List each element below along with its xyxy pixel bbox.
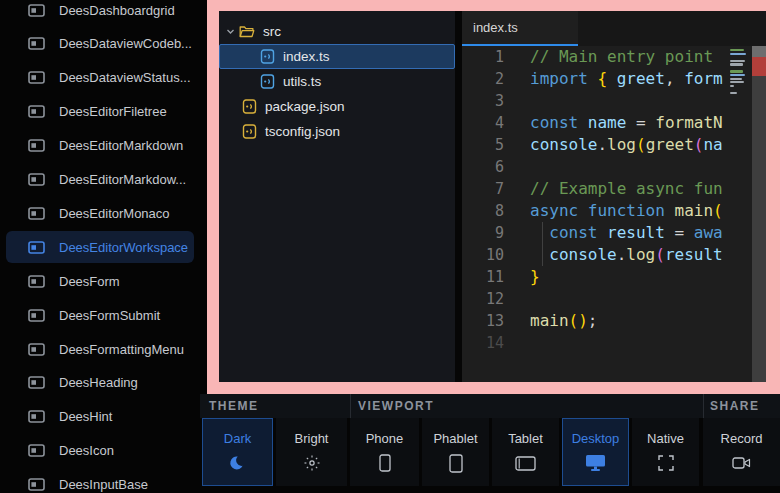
editor-tab-bar: index.ts <box>462 11 766 46</box>
code-text: } <box>504 266 540 288</box>
toolbar-header: THEME VIEWPORT SHARE <box>200 394 780 418</box>
viewport-section-title: VIEWPORT <box>358 399 434 413</box>
line-number: 9 <box>462 222 504 244</box>
line-number: 7 <box>462 178 504 200</box>
sidebar-item-label: DeesFormattingMenu <box>59 342 184 357</box>
code-line-8[interactable]: 8async function main( <box>462 200 766 222</box>
sidebar-item-deeseditorfiletree[interactable]: DeesEditorFiletree <box>6 96 194 128</box>
sidebar-item-deeseditormarkdown[interactable]: DeesEditorMarkdown <box>6 130 194 162</box>
code-line-9[interactable]: 9 const result = awa <box>462 222 766 244</box>
indent-guide <box>542 222 543 266</box>
sun-icon <box>303 453 321 473</box>
code-line-2[interactable]: 2import { greet, form <box>462 68 766 90</box>
sidebar-item-deesform[interactable]: DeesForm <box>6 265 194 297</box>
sidebar-item-label: DeesDataviewStatus... <box>59 70 191 85</box>
line-number: 14 <box>462 332 504 354</box>
filetree-row-utils-ts[interactable]: utils.ts <box>219 69 455 94</box>
code-text: import { greet, form <box>504 68 723 90</box>
sidebar-item-deesheading[interactable]: DeesHeading <box>6 367 194 399</box>
tab-index-ts[interactable]: index.ts <box>462 11 578 46</box>
scrollbar-slider[interactable] <box>752 46 766 57</box>
component-icon <box>28 139 45 152</box>
dark-button[interactable]: Dark <box>202 418 273 486</box>
desktop-icon <box>585 453 606 473</box>
code-text: // Example async fun <box>504 178 723 200</box>
sidebar-item-label: DeesDataviewCodeb... <box>59 36 192 51</box>
chevron-down-icon <box>226 27 235 36</box>
sidebar-item-deesicon[interactable]: DeesIcon <box>6 435 194 467</box>
code-line-1[interactable]: 1// Main entry point <box>462 46 766 68</box>
code-line-7[interactable]: 7// Example async fun <box>462 178 766 200</box>
component-icon <box>28 207 45 220</box>
code-line-11[interactable]: 11} <box>462 266 766 288</box>
json-file-icon <box>242 99 257 114</box>
line-number: 13 <box>462 310 504 332</box>
sidebar-item-label: DeesHeading <box>59 375 138 390</box>
sidebar-item-label: DeesEditorMarkdown <box>59 138 183 153</box>
sidebar-item-deeshint[interactable]: DeesHint <box>6 401 194 433</box>
component-sidebar: DeesDashboardgridDeesDataviewCodeb...Dee… <box>0 0 200 493</box>
filetree-label: tsconfig.json <box>265 124 340 139</box>
bright-button[interactable]: Bright <box>276 418 347 486</box>
tablet-button[interactable]: Tablet <box>492 418 559 486</box>
button-label: Bright <box>295 431 329 446</box>
sidebar-item-deesformattingmenu[interactable]: DeesFormattingMenu <box>6 333 194 365</box>
phablet-button[interactable]: Phablet <box>422 418 489 486</box>
record-icon <box>732 453 751 473</box>
line-number: 12 <box>462 288 504 310</box>
sidebar-item-deesdataviewcodeb[interactable]: DeesDataviewCodeb... <box>6 28 194 60</box>
filetree-row-src[interactable]: src <box>219 19 455 44</box>
native-icon <box>658 453 674 473</box>
minimap[interactable] <box>730 49 746 99</box>
code-line-6[interactable]: 6 <box>462 156 766 178</box>
code-line-13[interactable]: 13main(); <box>462 310 766 332</box>
component-icon <box>28 105 45 118</box>
code-text: console.log(greet(na <box>504 134 723 156</box>
button-label: Desktop <box>572 431 620 446</box>
code-line-5[interactable]: 5console.log(greet(na <box>462 134 766 156</box>
scrollbar-ruler[interactable] <box>752 46 766 382</box>
filetree-row-package-json[interactable]: package.json <box>219 94 455 119</box>
preview-frame: srcindex.tsutils.tspackage.jsontsconfig.… <box>207 0 780 394</box>
sidebar-item-deesinputbase[interactable]: DeesInputBase <box>6 469 194 493</box>
line-number: 1 <box>462 46 504 68</box>
sidebar-item-deesdashboardgrid[interactable]: DeesDashboardgrid <box>6 0 194 26</box>
phone-button[interactable]: Phone <box>350 418 419 486</box>
native-button[interactable]: Native <box>632 418 699 486</box>
code-text: console.log(result <box>504 244 723 266</box>
sidebar-item-label: DeesForm <box>59 274 120 289</box>
button-label: Record <box>721 431 763 446</box>
sidebar-item-deeseditormonaco[interactable]: DeesEditorMonaco <box>6 197 194 229</box>
sidebar-item-deeseditormarkdow[interactable]: DeesEditorMarkdow... <box>6 164 194 196</box>
file-tree-panel: srcindex.tsutils.tspackage.jsontsconfig.… <box>219 11 455 382</box>
code-line-3[interactable]: 3 <box>462 90 766 112</box>
code-text <box>504 156 530 178</box>
component-icon <box>28 4 45 17</box>
sidebar-item-deesdataviewstatus[interactable]: DeesDataviewStatus... <box>6 62 194 94</box>
line-number: 8 <box>462 200 504 222</box>
filetree-label: src <box>263 24 281 39</box>
line-number: 11 <box>462 266 504 288</box>
filetree-label: utils.ts <box>283 74 321 89</box>
code-line-10[interactable]: 10 console.log(result <box>462 244 766 266</box>
folder-open-icon <box>239 25 255 38</box>
filetree-label: package.json <box>265 99 345 114</box>
code-line-14[interactable]: 14 <box>462 332 766 354</box>
sidebar-item-label: DeesInputBase <box>59 477 148 492</box>
code-text: async function main( <box>504 200 723 222</box>
component-icon <box>28 478 45 491</box>
ts-file-icon <box>260 49 275 64</box>
section-divider <box>703 394 704 418</box>
filetree-row-index-ts[interactable]: index.ts <box>219 44 455 69</box>
code-line-12[interactable]: 12 <box>462 288 766 310</box>
code-editor-panel: index.ts 1// Main entry point2import { g… <box>462 11 766 382</box>
filetree-row-tsconfig-json[interactable]: tsconfig.json <box>219 119 455 144</box>
record-button[interactable]: Record <box>703 418 780 486</box>
code-area[interactable]: 1// Main entry point2import { greet, for… <box>462 46 766 382</box>
code-line-4[interactable]: 4const name = formatN <box>462 112 766 134</box>
error-marker <box>752 57 766 76</box>
button-label: Native <box>647 431 684 446</box>
desktop-button[interactable]: Desktop <box>562 418 629 486</box>
sidebar-item-deeseditorworkspace[interactable]: DeesEditorWorkspace <box>6 231 194 263</box>
sidebar-item-deesformsubmit[interactable]: DeesFormSubmit <box>6 299 194 331</box>
